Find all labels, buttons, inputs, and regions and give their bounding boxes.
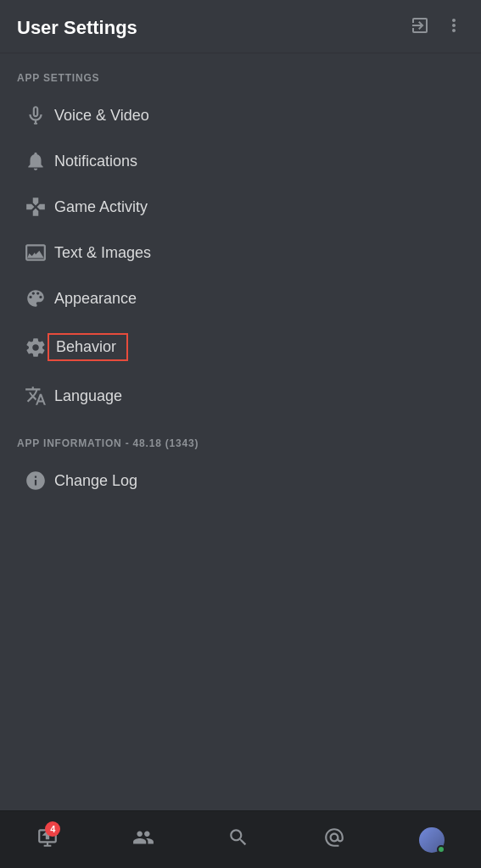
info-icon (17, 470, 54, 492)
sidebar-item-game-activity[interactable]: Game Activity (0, 184, 481, 230)
at-nav-icon (323, 826, 345, 854)
change-log-label: Change Log (54, 472, 137, 490)
nav-item-search[interactable] (214, 820, 263, 860)
translate-icon (17, 385, 54, 407)
page-title: User Settings (17, 17, 137, 39)
bottom-nav: 4 (0, 810, 481, 868)
sidebar-item-voice-video[interactable]: Voice & Video (0, 92, 481, 138)
nav-item-mentions[interactable] (310, 820, 359, 860)
voice-video-label: Voice & Video (54, 107, 149, 125)
app-settings-section-label: APP SETTINGS (0, 53, 481, 92)
notifications-label: Notifications (54, 153, 137, 170)
nav-item-profile[interactable] (405, 821, 458, 860)
header-icons (410, 15, 464, 41)
avatar[interactable] (419, 827, 445, 853)
sidebar-item-notifications[interactable]: Notifications (0, 138, 481, 184)
app-info-section-label: APP INFORMATION - 48.18 (1343) (0, 419, 481, 458)
appearance-label: Appearance (54, 290, 137, 308)
sidebar-item-text-images[interactable]: Text & Images (0, 230, 481, 275)
avatar-online-dot (437, 845, 445, 854)
nav-item-screen-share[interactable]: 4 (23, 820, 72, 860)
friends-nav-icon (132, 826, 154, 854)
nav-badge-screen-share: 4 (45, 821, 60, 837)
svg-rect-0 (34, 123, 37, 125)
search-nav-icon (227, 826, 249, 854)
text-images-label: Text & Images (54, 244, 151, 262)
sidebar-item-change-log[interactable]: Change Log (0, 458, 481, 504)
nav-item-friends[interactable] (119, 820, 168, 860)
header: User Settings (0, 0, 481, 53)
sidebar-item-language[interactable]: Language (0, 373, 481, 419)
game-activity-label: Game Activity (54, 198, 148, 216)
language-label: Language (54, 387, 122, 405)
microphone-icon (17, 104, 54, 126)
more-icon[interactable] (444, 15, 464, 41)
sidebar-item-behavior[interactable]: Behavior (0, 321, 481, 373)
bell-icon (17, 150, 54, 172)
behavior-label: Behavior (48, 333, 128, 361)
image-icon (17, 242, 54, 264)
palette-icon (17, 287, 54, 309)
exit-icon[interactable] (410, 15, 430, 41)
gamepad-icon (17, 196, 54, 218)
sidebar-item-appearance[interactable]: Appearance (0, 275, 481, 321)
